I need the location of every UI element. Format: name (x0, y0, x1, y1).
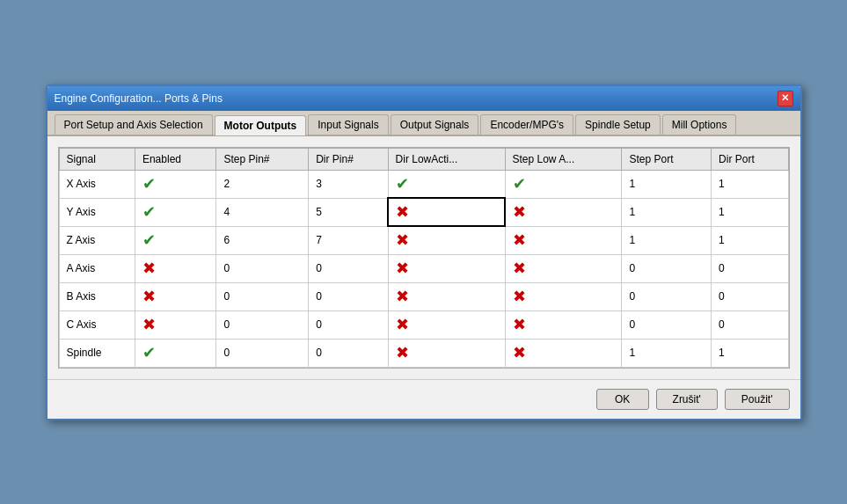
tab-encoder-mpg-s[interactable]: Encoder/MPG's (480, 114, 573, 135)
dir-port-cell: 1 (712, 339, 788, 367)
step-low-cell[interactable]: ✖ (505, 226, 622, 254)
col-header-enabled: Enabled (135, 148, 216, 170)
table-row: Spindle✔00✖✖11 (59, 339, 788, 367)
step-pin-cell: 4 (216, 198, 309, 226)
check-icon[interactable]: ✔ (142, 343, 156, 362)
step-port-cell: 1 (622, 198, 712, 226)
cross-icon[interactable]: ✖ (396, 202, 409, 222)
cross-icon[interactable]: ✖ (396, 230, 409, 250)
enabled-cell[interactable]: ✔ (135, 226, 216, 254)
step-low-cell[interactable]: ✖ (505, 198, 622, 226)
enabled-cell[interactable]: ✖ (135, 310, 216, 339)
tab-mill-options[interactable]: Mill Options (662, 114, 737, 135)
step-pin-cell: 2 (216, 170, 309, 198)
table-row: B Axis✖00✖✖00 (59, 282, 788, 310)
check-icon[interactable]: ✔ (142, 174, 156, 194)
cross-icon[interactable]: ✖ (142, 287, 156, 306)
col-header-step-low-a---: Step Low A... (505, 148, 622, 170)
enabled-cell[interactable]: ✖ (135, 254, 216, 282)
tab-motor-outputs[interactable]: Motor Outputs (215, 115, 307, 135)
cross-icon[interactable]: ✖ (513, 287, 526, 306)
cancel-button[interactable]: Zrušit' (656, 389, 718, 410)
dir-low-cell[interactable]: ✖ (388, 339, 505, 367)
step-port-cell: 0 (622, 254, 712, 282)
content-area: SignalEnabledStep Pin#Dir Pin#Dir LowAct… (47, 136, 800, 379)
table-container: SignalEnabledStep Pin#Dir Pin#Dir LowAct… (58, 147, 790, 369)
cross-icon[interactable]: ✖ (142, 259, 156, 278)
table-row: X Axis✔23✔✔11 (59, 170, 788, 198)
step-pin-cell: 0 (216, 254, 309, 282)
cross-icon[interactable]: ✖ (513, 202, 526, 222)
cross-icon[interactable]: ✖ (513, 230, 526, 250)
col-header-dir-port: Dir Port (712, 148, 788, 170)
dir-low-cell[interactable]: ✖ (388, 198, 505, 226)
cross-icon[interactable]: ✖ (513, 259, 526, 278)
step-pin-cell: 0 (216, 310, 309, 339)
signal-cell: Spindle (59, 339, 135, 367)
step-pin-cell: 6 (216, 226, 309, 254)
signal-cell: A Axis (59, 254, 135, 282)
step-port-cell: 1 (622, 226, 712, 254)
dir-port-cell: 0 (712, 310, 788, 339)
table-row: Y Axis✔45✖✖11 (59, 198, 788, 226)
signal-cell: Y Axis (59, 198, 135, 226)
dir-low-cell[interactable]: ✖ (388, 282, 505, 310)
dir-low-cell[interactable]: ✔ (388, 170, 505, 198)
enabled-cell[interactable]: ✖ (135, 282, 216, 310)
dir-port-cell: 1 (712, 198, 788, 226)
dir-pin-cell: 0 (309, 254, 388, 282)
step-low-cell[interactable]: ✖ (505, 339, 622, 367)
table-row: C Axis✖00✖✖00 (59, 310, 788, 339)
step-port-cell: 1 (622, 339, 712, 367)
dir-low-cell[interactable]: ✖ (388, 226, 505, 254)
dir-pin-cell: 0 (309, 339, 388, 367)
apply-button[interactable]: Použit' (725, 389, 790, 410)
dir-port-cell: 1 (712, 226, 788, 254)
signal-cell: X Axis (59, 170, 135, 198)
ok-button[interactable]: OK (596, 389, 649, 410)
cross-icon[interactable]: ✖ (396, 343, 409, 362)
enabled-cell[interactable]: ✔ (135, 198, 216, 226)
step-low-cell[interactable]: ✖ (505, 254, 622, 282)
step-low-cell[interactable]: ✔ (505, 170, 622, 198)
tab-spindle-setup[interactable]: Spindle Setup (575, 114, 661, 135)
step-low-cell[interactable]: ✖ (505, 282, 622, 310)
tab-port-setup-and-axis-selection[interactable]: Port Setup and Axis Selection (55, 114, 213, 135)
check-icon[interactable]: ✔ (142, 230, 156, 250)
footer: OK Zrušit' Použit' (47, 379, 800, 419)
tab-input-signals[interactable]: Input Signals (308, 114, 388, 135)
step-low-cell[interactable]: ✖ (505, 310, 622, 339)
tab-output-signals[interactable]: Output Signals (391, 114, 479, 135)
dir-pin-cell: 0 (309, 310, 388, 339)
cross-icon[interactable]: ✖ (396, 315, 409, 334)
check-icon[interactable]: ✔ (513, 174, 526, 194)
table-row: A Axis✖00✖✖00 (59, 254, 788, 282)
main-window: Engine Configuration... Ports & Pins ✕ P… (46, 84, 802, 420)
cross-icon[interactable]: ✖ (396, 287, 409, 306)
cross-icon[interactable]: ✖ (513, 315, 526, 334)
dir-port-cell: 0 (712, 254, 788, 282)
signal-cell: C Axis (59, 310, 135, 339)
window-title: Engine Configuration... Ports & Pins (55, 92, 223, 105)
enabled-cell[interactable]: ✔ (135, 339, 216, 367)
title-bar: Engine Configuration... Ports & Pins ✕ (47, 86, 800, 111)
dir-low-cell[interactable]: ✖ (388, 254, 505, 282)
motor-outputs-table: SignalEnabledStep Pin#Dir Pin#Dir LowAct… (59, 148, 789, 368)
cross-icon[interactable]: ✖ (142, 315, 156, 334)
step-port-cell: 0 (622, 282, 712, 310)
tab-bar: Port Setup and Axis SelectionMotor Outpu… (47, 111, 800, 136)
check-icon[interactable]: ✔ (396, 174, 409, 194)
dir-pin-cell: 5 (309, 198, 388, 226)
cross-icon[interactable]: ✖ (513, 343, 526, 362)
dir-port-cell: 1 (712, 170, 788, 198)
table-body: X Axis✔23✔✔11Y Axis✔45✖✖11Z Axis✔67✖✖11A… (59, 170, 788, 367)
dir-low-cell[interactable]: ✖ (388, 310, 505, 339)
check-icon[interactable]: ✔ (142, 202, 156, 222)
cross-icon[interactable]: ✖ (396, 259, 409, 278)
enabled-cell[interactable]: ✔ (135, 170, 216, 198)
close-button[interactable]: ✕ (778, 91, 793, 106)
col-header-signal: Signal (59, 148, 135, 170)
dir-port-cell: 0 (712, 282, 788, 310)
signal-cell: B Axis (59, 282, 135, 310)
step-port-cell: 0 (622, 310, 712, 339)
